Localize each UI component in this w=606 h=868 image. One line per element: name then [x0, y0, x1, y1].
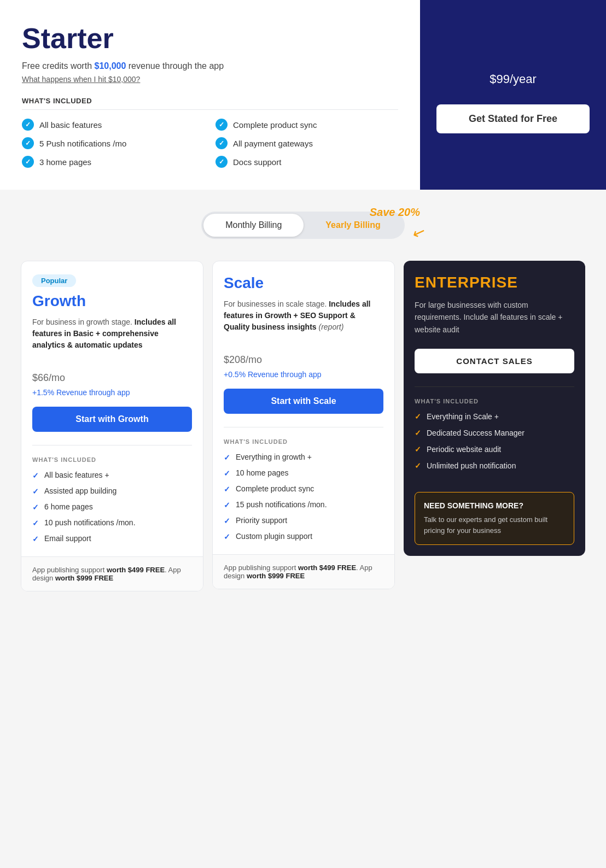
growth-desc-pre: For business in growth stage. [32, 318, 135, 326]
growth-features: ✓All basic features +✓Assisted app build… [32, 471, 192, 543]
starter-price-value: $99 [490, 72, 510, 86]
starter-features-grid: All basic featuresComplete product sync5… [22, 119, 398, 168]
enterprise-features: ✓Everything in Scale +✓Dedicated Success… [415, 412, 574, 470]
enterprise-card: ENTERPRISE For large businesses with cus… [404, 261, 585, 556]
scale-desc: For businesses in scale stage. Includes … [224, 298, 383, 333]
scale-divider [224, 427, 383, 427]
enterprise-tick-icon: ✓ [415, 461, 421, 470]
growth-card: Popular Growth For business in growth st… [21, 261, 203, 591]
save-badge: Save 20% [370, 206, 420, 219]
growth-desc: For business in growth stage. Includes a… [32, 316, 192, 351]
billing-section: Save 20% ↙ Monthly Billing Yearly Billin… [0, 190, 606, 602]
starter-subtitle-post: revenue through the app [126, 61, 224, 71]
plan-feature-item: ✓6 home pages [32, 502, 192, 512]
enterprise-feature-item: ✓Unlimited push notification [415, 461, 574, 470]
tick-icon: ✓ [32, 487, 39, 496]
starter-feature-item: 3 home pages [22, 156, 205, 168]
scale-features: ✓Everything in growth +✓10 home pages✓Co… [224, 453, 383, 541]
starter-price: $99/year [490, 56, 537, 88]
growth-revenue: +1.5% Revenue through app [32, 388, 192, 397]
tick-icon: ✓ [224, 501, 230, 509]
check-icon [215, 119, 228, 131]
enterprise-divider [415, 386, 574, 387]
starter-cta-button[interactable]: Get Stated for Free [436, 104, 590, 133]
scale-card: Scale For businesses in scale stage. Inc… [212, 261, 395, 589]
starter-feature-item: All basic features [22, 119, 205, 131]
starter-feature-item: Docs support [215, 156, 398, 168]
enterprise-cta-button[interactable]: CONTACT SALES [415, 349, 574, 373]
growth-included-label: WHAT'S INCLUDED [32, 456, 192, 463]
enterprise-inner: ENTERPRISE For large businesses with cus… [404, 261, 585, 483]
plan-feature-item: ✓All basic features + [32, 471, 192, 480]
plan-feature-item: ✓Email support [32, 534, 192, 543]
tick-icon: ✓ [224, 469, 230, 478]
scale-card-inner: Scale For businesses in scale stage. Inc… [213, 261, 394, 554]
enterprise-desc: For large businesses with custom require… [415, 299, 574, 336]
growth-price-value: $66 [32, 372, 49, 383]
starter-feature-item: Complete product sync [215, 119, 398, 131]
plan-feature-item: ✓Assisted app building [32, 486, 192, 496]
tick-icon: ✓ [224, 453, 230, 462]
tick-icon: ✓ [32, 503, 39, 512]
growth-card-inner: Popular Growth For business in growth st… [21, 261, 203, 556]
scale-desc-pre: For businesses in scale stage. [224, 300, 329, 308]
scale-included-label: WHAT'S INCLUDED [224, 438, 383, 445]
tick-icon: ✓ [32, 519, 39, 527]
enterprise-tick-icon: ✓ [415, 412, 421, 421]
scale-footer: App publishing support worth $499 FREE. … [213, 554, 394, 589]
save-arrow-icon: ↙ [410, 222, 428, 243]
scale-name: Scale [224, 274, 383, 292]
growth-price: $66/mo [32, 362, 192, 385]
enterprise-tick-icon: ✓ [415, 445, 421, 454]
scale-cta-button[interactable]: Start with Scale [224, 389, 383, 414]
enterprise-name: ENTERPRISE [415, 274, 574, 291]
starter-subtitle: Free credits worth $10,000 revenue throu… [22, 61, 398, 71]
check-icon [215, 156, 228, 168]
check-icon [22, 137, 34, 149]
scale-price-value: $208 [224, 354, 246, 365]
starter-feature-item: All payment gateways [215, 137, 398, 149]
plan-feature-item: ✓Complete product sync [224, 484, 383, 494]
scale-revenue: +0.5% Revenue through app [224, 370, 383, 379]
check-icon [22, 156, 34, 168]
need-more-desc: Talk to our experts and get custom built… [424, 514, 565, 536]
growth-divider [32, 445, 192, 445]
enterprise-included-label: WHAT'S INCLUDED [415, 398, 574, 404]
monthly-billing-button[interactable]: Monthly Billing [203, 214, 304, 237]
plan-feature-item: ✓10 home pages [224, 468, 383, 478]
starter-left: Starter Free credits worth $10,000 reven… [0, 0, 420, 190]
enterprise-feature-item: ✓Periodic website audit [415, 445, 574, 454]
growth-cta-button[interactable]: Start with Growth [32, 407, 192, 432]
check-icon [22, 119, 34, 131]
check-icon [215, 137, 228, 149]
starter-title: Starter [22, 22, 398, 55]
plan-feature-item: ✓Priority support [224, 516, 383, 525]
tick-icon: ✓ [32, 535, 39, 543]
scale-desc-italic: (report) [318, 322, 343, 331]
starter-feature-item: 5 Push notifications /mo [22, 137, 205, 149]
need-more-title: NEED SOMETHING MORE? [424, 501, 565, 510]
plan-feature-item: ✓Custom plugin support [224, 532, 383, 541]
growth-per: /mo [49, 372, 65, 383]
starter-link[interactable]: What happens when I hit $10,000? [22, 75, 140, 84]
enterprise-tick-icon: ✓ [415, 429, 421, 437]
enterprise-feature-item: ✓Dedicated Success Manager [415, 429, 574, 437]
starter-whats-included: WHAT'S INCLUDED [22, 97, 398, 110]
starter-section: Starter Free credits worth $10,000 reven… [0, 0, 606, 190]
growth-name: Growth [32, 292, 192, 310]
popular-badge: Popular [32, 274, 76, 287]
growth-footer: App publishing support worth $499 FREE. … [21, 556, 203, 591]
scale-price: $208/mo [224, 344, 383, 367]
pricing-cards: Popular Growth For business in growth st… [11, 261, 595, 591]
tick-icon: ✓ [224, 532, 230, 541]
tick-icon: ✓ [224, 485, 230, 494]
need-more-box: NEED SOMETHING MORE? Talk to our experts… [415, 492, 574, 545]
starter-subtitle-pre: Free credits worth [22, 61, 94, 71]
enterprise-feature-item: ✓Everything in Scale + [415, 412, 574, 421]
plan-feature-item: ✓10 push notifications /mon. [32, 518, 192, 527]
tick-icon: ✓ [224, 517, 230, 525]
scale-per: /mo [246, 354, 262, 365]
plan-feature-item: ✓Everything in growth + [224, 453, 383, 462]
starter-amount: $10,000 [94, 61, 126, 71]
tick-icon: ✓ [32, 471, 39, 480]
